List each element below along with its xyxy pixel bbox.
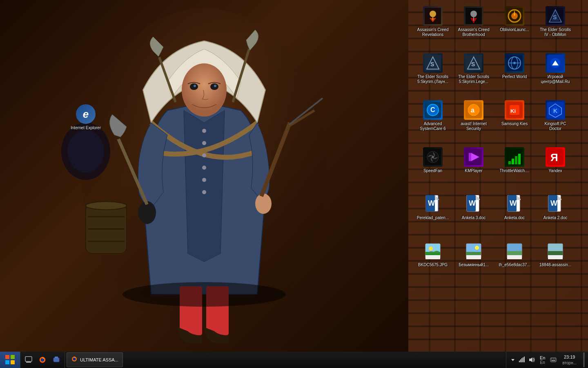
- svg-rect-127: [520, 359, 521, 362]
- samsung-label: Samsung Kies: [501, 121, 528, 126]
- desktop-icon-speedfan[interactable]: SpeedFan: [414, 145, 451, 190]
- svg-rect-136: [551, 360, 555, 361]
- svg-text:W: W: [550, 199, 557, 207]
- desktop-icon-assassin-jpg[interactable]: 18848-assassin...: [537, 239, 574, 284]
- yandex-label: Yandex: [548, 168, 562, 173]
- svg-text:W: W: [469, 199, 476, 207]
- svg-text:W: W: [510, 199, 517, 207]
- desktop-icon-anketa2[interactable]: W Anketa 2.doc: [537, 192, 574, 237]
- desktop-icon-th[interactable]: th_e56e8dac37...: [496, 239, 533, 284]
- systray-keyboard-icon[interactable]: [549, 357, 557, 363]
- ac-revelations-label: Assassin's Creed Revelations: [416, 27, 449, 37]
- skyrim1-label: The Elder Scrolls 5:Skyrim.(Лаун...: [416, 74, 449, 84]
- systray-expand-button[interactable]: [510, 357, 516, 363]
- svg-rect-77: [515, 156, 517, 164]
- desktop-icons-area: Assassin's Creed Revelations Assassin's …: [412, 0, 588, 352]
- desktop-icon-ac-brotherhood[interactable]: Assassin's Creed Brotherhood: [455, 4, 492, 49]
- systray-sound-icon[interactable]: [528, 356, 536, 364]
- svg-point-53: [513, 62, 516, 64]
- svg-text:Я: Я: [550, 151, 558, 164]
- svg-rect-118: [27, 361, 30, 362]
- svg-rect-107: [466, 255, 481, 259]
- ac-brotherhood-label: Assassin's Creed Brotherhood: [457, 27, 490, 37]
- svg-rect-121: [53, 358, 59, 362]
- desktop-icon-skyrim1[interactable]: S The Elder Scrolls 5:Skyrim.(Лаун...: [414, 51, 451, 96]
- anketa2-label: Anketa 2.doc: [543, 215, 567, 220]
- skyrim2-label: The Elder Scrolls 5:Skyrim.Lege...: [457, 74, 490, 84]
- svg-point-70: [432, 156, 434, 158]
- speedfan-label: SpeedFan: [423, 168, 442, 173]
- character-svg: [61, 8, 347, 343]
- taskbar-app-ultimate[interactable]: ULTIMATE ASSA...: [67, 352, 123, 367]
- svg-text:S: S: [430, 61, 434, 67]
- desktop-icon-kmplayer[interactable]: KMPlayer: [455, 145, 492, 190]
- keyboard-text: En: [540, 360, 545, 365]
- assassin-jpg-label: 18848-assassin...: [539, 263, 571, 267]
- bkdc-label: BKDC5675.JPG: [418, 263, 448, 267]
- language-indicator[interactable]: En En: [537, 355, 548, 365]
- oblivion-label: OblivionLaunc...: [500, 27, 529, 32]
- desktop-icon-oblivion[interactable]: OblivionLaunc...: [496, 4, 533, 49]
- th-label: th_e56e8dac37...: [499, 263, 530, 267]
- svg-text:S: S: [471, 61, 475, 67]
- svg-rect-73: [469, 153, 471, 161]
- avast-label: avast! Internet Security: [457, 121, 490, 131]
- systray-network-icon[interactable]: [518, 356, 526, 364]
- svg-rect-105: [466, 252, 481, 255]
- taskbar-app-firefox-icon: [71, 356, 78, 364]
- desktop-icon-pereklad[interactable]: W Pereklad_paten...: [414, 192, 451, 237]
- desktop-icon-perfect-world[interactable]: Perfect World: [496, 51, 533, 96]
- svg-rect-126: [519, 361, 520, 362]
- svg-point-11: [214, 85, 216, 87]
- svg-rect-116: [25, 357, 32, 361]
- svg-point-12: [138, 201, 156, 224]
- svg-text:Ki: Ki: [510, 108, 516, 114]
- anketa3-label: Anketa 3.doc: [462, 215, 486, 220]
- svg-rect-102: [425, 255, 440, 259]
- desktop-icon-systemcare[interactable]: C Advanced SystemCare 6: [414, 98, 451, 143]
- desktop-icon-elder4[interactable]: S The Elder Scrolls IV - OblMon: [537, 4, 574, 49]
- svg-point-124: [73, 358, 76, 361]
- desktop-icon-unnamed1[interactable]: Безымянный1...: [455, 239, 492, 284]
- firefox-quick-button[interactable]: [36, 353, 49, 366]
- desktop-icon-anketa3[interactable]: W Anketa 3.doc: [455, 192, 492, 237]
- desktop-icon-mailru[interactable]: Игровой центр@Mail.Ru: [537, 51, 574, 96]
- taskbar-apps-area: ULTIMATE ASSA...: [65, 352, 506, 368]
- svg-text:S: S: [553, 14, 557, 20]
- svg-rect-129: [523, 357, 523, 362]
- svg-rect-132: [550, 358, 556, 362]
- pereklad-label: Pereklad_paten...: [417, 215, 449, 220]
- system-clock[interactable]: 23:19 вторн...: [559, 354, 580, 365]
- perfect-world-label: Perfect World: [502, 74, 527, 79]
- throttlewatch-label: ThrottleWatch....: [500, 168, 530, 173]
- show-desktop-strip[interactable]: [583, 352, 585, 367]
- start-button[interactable]: [0, 352, 20, 368]
- svg-rect-111: [507, 255, 522, 259]
- desktop-icon-ac-revelations[interactable]: Assassin's Creed Revelations: [414, 4, 451, 49]
- desktop-icon-avast[interactable]: a avast! Internet Security: [455, 98, 492, 143]
- desktop-icon-ie[interactable]: e Internet Explorer: [67, 102, 104, 132]
- svg-point-1: [202, 129, 206, 133]
- svg-marker-131: [529, 357, 532, 362]
- desktop-icon-kingsoft[interactable]: K Kingsoft PC Doctor: [537, 98, 574, 143]
- desktop-icon-anketa[interactable]: W Anketa.doc: [496, 192, 533, 237]
- svg-text:C: C: [430, 106, 435, 113]
- quick-app-button[interactable]: [50, 353, 63, 366]
- desktop-icon-yandex[interactable]: Я Yandex: [537, 145, 574, 190]
- desktop-icon-throttlewatch[interactable]: ThrottleWatch....: [496, 145, 533, 190]
- svg-rect-78: [518, 154, 521, 164]
- desktop-icon-samsung[interactable]: Ki Samsung Kies: [496, 98, 533, 143]
- desktop-icon-bkdc[interactable]: BKDC5675.JPG: [414, 239, 451, 284]
- desktop-icon-skyrim2[interactable]: S The Elder Scrolls 5:Skyrim.Lege...: [455, 51, 492, 96]
- svg-text:W: W: [428, 199, 435, 207]
- svg-rect-135: [555, 359, 555, 359]
- show-desktop-button[interactable]: [22, 353, 35, 366]
- svg-point-106: [475, 246, 479, 250]
- mailru-label: Игровой центр@Mail.Ru: [539, 74, 572, 84]
- kmplayer-label: KMPlayer: [465, 168, 482, 173]
- clock-date: вторн...: [562, 360, 577, 366]
- svg-point-5: [202, 178, 206, 182]
- svg-point-6: [202, 190, 206, 194]
- svg-marker-125: [511, 359, 514, 361]
- svg-point-3: [202, 153, 206, 157]
